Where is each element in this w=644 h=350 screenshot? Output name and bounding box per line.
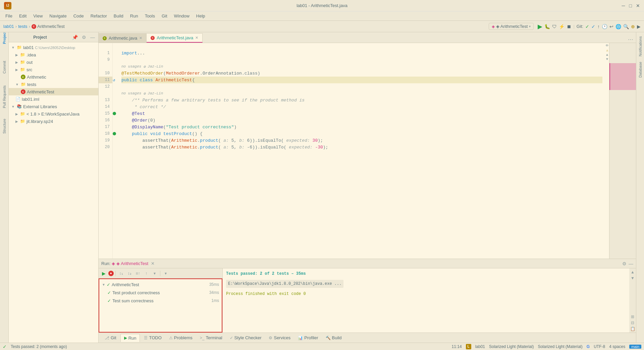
copy-output-btn[interactable]: 📋 [630, 326, 635, 331]
breadcrumb-tests[interactable]: tests [18, 24, 27, 29]
menu-item-window[interactable]: Window [171, 13, 192, 19]
stop-tests-btn[interactable]: ■ [108, 271, 114, 276]
notifications-label[interactable]: Notifications [638, 34, 642, 59]
tab-more-options[interactable]: ⋯ [625, 36, 636, 43]
plugin-icon[interactable]: ⊕ [631, 24, 635, 29]
more-options-btn[interactable]: ▾ [162, 270, 169, 277]
status-encoding[interactable]: UTF-8 [594, 344, 605, 349]
tab-close-arithmetictest[interactable]: ✕ [195, 36, 198, 40]
expand-output-btn[interactable]: ⊞ [631, 314, 634, 319]
tree-item-tests[interactable]: ▼ 📁 tests [9, 81, 98, 88]
gutter-run-18[interactable] [113, 132, 116, 135]
menu-item-view[interactable]: View [31, 13, 45, 19]
test-row-sum[interactable]: ✓ Test sum correctness 1ms [99, 297, 222, 305]
structure-icon[interactable]: Structure [1, 123, 8, 130]
rerun-tests-btn[interactable]: ▶ [100, 270, 107, 277]
filter2-btn[interactable]: ↑ [143, 270, 150, 277]
sort-time-btn[interactable]: ↕₂ [126, 270, 133, 277]
tree-item-lab01[interactable]: ▼ 📁 lab01 C:\Users\28052\Desktop [9, 44, 98, 51]
btab-problems[interactable]: ⚠ Problems [166, 334, 196, 342]
tree-item-arithmetic[interactable]: C Arithmetic [9, 73, 98, 81]
menu-item-git[interactable]: Git [159, 13, 170, 19]
filter-btn[interactable]: ≡↑ [134, 270, 142, 277]
hide-icon[interactable]: 👁 [605, 44, 609, 48]
git-push-icon[interactable]: ↑ [597, 24, 600, 29]
status-project: lab01 [475, 344, 485, 349]
breadcrumb-lab01[interactable]: lab01 [3, 24, 14, 29]
tree-item-iml[interactable]: 📄 lab01.iml [9, 95, 98, 103]
tab-close-arithmetic[interactable]: ✕ [139, 36, 142, 40]
run-button[interactable]: ▶ [538, 23, 542, 30]
sort-alpha-btn[interactable]: ↕₁ [117, 270, 125, 277]
project-settings-icon[interactable]: ⚙ [80, 34, 88, 41]
shrink-output-btn[interactable]: ⊟ [631, 320, 634, 325]
git-revert-icon[interactable]: ↩ [609, 24, 613, 29]
run-config-dropdown[interactable]: ◈ ◈ ArithmeticTest ▾ [489, 23, 534, 30]
run-settings-icon[interactable]: ⚙ [622, 261, 627, 266]
menu-item-code[interactable]: Code [71, 13, 87, 19]
status-bar: ✓ Tests passed: 2 (moments ago) 11:14 L … [0, 343, 644, 350]
btab-services[interactable]: ⚙ Services [265, 334, 294, 342]
debug-button[interactable]: 🐛 [544, 24, 550, 29]
expand-btn[interactable]: ▾ [151, 270, 158, 277]
profile-button[interactable]: ⚡ [559, 24, 565, 29]
tree-item-idea[interactable]: ▶ 📁 .idea [9, 51, 98, 58]
btab-git[interactable]: ⎇ Git [101, 334, 120, 342]
status-theme-text[interactable]: Solarized Light (Material) [538, 344, 582, 349]
scroll-up-icon[interactable]: ▲ [606, 53, 608, 57]
status-position[interactable]: 11:14 [452, 344, 462, 349]
tree-item-jdk[interactable]: ▶ 📁 < 1.8 > E:\WorkSpace\Java [9, 110, 98, 118]
search-everywhere-icon[interactable]: 🔍 [623, 24, 629, 29]
scroll-down-icon[interactable]: ▼ [606, 57, 608, 61]
menu-item-build[interactable]: Build [111, 13, 126, 19]
tree-item-src[interactable]: ▶ 📁 src [9, 66, 98, 73]
menu-item-refactor[interactable]: Refactor [88, 13, 110, 19]
coverage-button[interactable]: 🛡 [552, 24, 557, 29]
stop-button[interactable]: ⏹ [567, 24, 571, 29]
project-panel-icon[interactable]: Project [1, 34, 8, 41]
dropdown-arrow: ▾ [529, 25, 531, 28]
btab-profiler[interactable]: 📊 Profiler [294, 334, 321, 342]
run-minimize-icon[interactable]: — [629, 261, 633, 266]
project-pin-icon[interactable]: 📌 [71, 34, 79, 41]
status-branch-badge[interactable]: main [629, 345, 641, 349]
pull-requests-icon[interactable]: Pull Requests [1, 93, 8, 100]
translate-icon[interactable]: 🌐 [615, 24, 621, 29]
tree-item-external-libs[interactable]: ▼ 📚 External Libraries [9, 103, 98, 110]
btab-run[interactable]: ▶ Run [120, 334, 140, 342]
status-check-icon: ✓ [3, 344, 7, 349]
gutter-run-15[interactable] [113, 112, 116, 115]
tab-arithmetic[interactable]: C Arithmetic.java ✕ [99, 33, 147, 43]
maximize-btn[interactable]: □ [629, 3, 632, 8]
commit-icon[interactable]: Commit [1, 64, 8, 71]
btab-build[interactable]: 🔨 Build [322, 334, 345, 342]
minimize-btn[interactable]: ─ [622, 3, 625, 8]
menu-item-run[interactable]: Run [127, 13, 141, 19]
git-history-icon[interactable]: 🕐 [602, 24, 607, 29]
tree-item-out[interactable]: ▶ 📁 out [9, 58, 98, 66]
menu-item-edit[interactable]: Edit [16, 13, 29, 19]
menu-item-navigate[interactable]: Navigate [47, 13, 69, 19]
btab-stylechecker[interactable]: ✓ Style Checker [226, 334, 265, 342]
menu-item-file[interactable]: File [3, 13, 15, 19]
tree-item-arithmetictest[interactable]: C ArithmeticTest [9, 88, 98, 95]
menu-item-tools[interactable]: Tools [142, 13, 158, 19]
scroll-up-btn[interactable]: ▲ [631, 270, 635, 274]
status-theme[interactable]: Solarized Light (Material) [489, 344, 534, 349]
status-test-status: Tests passed: 2 (moments ago) [11, 344, 67, 349]
tree-item-jitlib[interactable]: ▶ 📁 jit.library.sp24 [9, 118, 98, 125]
status-indent[interactable]: 4 spaces [609, 344, 625, 349]
test-row-product[interactable]: ✓ Test product correctness 34ms [99, 289, 222, 297]
breadcrumb-current[interactable]: C ArithmeticTest [32, 24, 65, 29]
btab-terminal[interactable]: >_ Terminal [197, 334, 226, 342]
share-icon[interactable]: ▶ [637, 24, 641, 29]
scroll-down-btn[interactable]: ▼ [631, 276, 635, 280]
database-label[interactable]: Database [638, 59, 642, 80]
test-row-root[interactable]: ▼ ✓ ArithmeticTest 35ms [99, 280, 222, 289]
run-tab-close[interactable]: ✕ [151, 261, 155, 266]
tab-arithmetictest[interactable]: C ArithmeticTest.java ✕ [147, 33, 203, 43]
menu-item-help[interactable]: Help [194, 13, 208, 19]
close-btn[interactable]: ✕ [636, 3, 640, 8]
btab-todo[interactable]: ☰ TODO [141, 334, 165, 342]
project-close-icon[interactable]: — [89, 34, 96, 41]
